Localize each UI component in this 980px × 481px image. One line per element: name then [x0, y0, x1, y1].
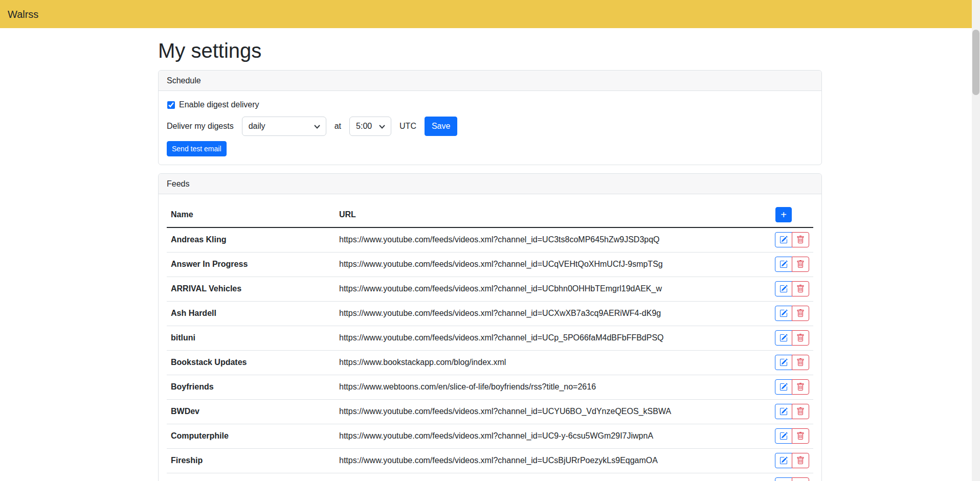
feeds-table-header-row: Name URL + — [167, 202, 813, 227]
deliver-label: Deliver my digests — [167, 120, 234, 132]
edit-feed-button[interactable] — [775, 404, 792, 419]
schedule-card-title: Schedule — [167, 75, 201, 87]
at-label: at — [335, 120, 341, 132]
column-header-url: URL — [335, 202, 747, 227]
trash-icon — [796, 456, 805, 465]
edit-feed-button[interactable] — [775, 453, 792, 468]
navbar: Walrss — [0, 0, 972, 28]
feed-row: bitluni https://www.youtube.com/feeds/vi… — [167, 326, 813, 351]
feed-name: Computerphile — [167, 424, 335, 449]
pencil-square-icon — [779, 236, 788, 244]
feed-row: Fireship https://www.youtube.com/feeds/v… — [167, 449, 813, 473]
feed-url: https://www.youtube.com/feeds/videos.xml… — [335, 449, 747, 473]
enable-digest-checkbox[interactable] — [167, 101, 175, 109]
pencil-square-icon — [779, 432, 788, 440]
feed-name: Boyfriends — [167, 375, 335, 400]
delete-feed-button[interactable] — [792, 257, 809, 272]
pencil-square-icon — [779, 334, 788, 342]
feed-row: Andreas Kling https://www.youtube.com/fe… — [167, 227, 813, 253]
feed-name: Fireship — [167, 449, 335, 473]
feed-row: Answer In Progress https://www.youtube.c… — [167, 253, 813, 277]
chevron-down-icon — [379, 125, 385, 129]
delete-feed-button[interactable] — [792, 306, 809, 321]
feed-url: https://www.bookstackapp.com/blog/index.… — [335, 351, 747, 375]
delete-feed-button[interactable] — [792, 330, 809, 346]
trash-icon — [796, 309, 805, 317]
trash-icon — [796, 407, 805, 416]
feed-url: https://www.youtube.com/feeds/videos.xml… — [335, 302, 747, 326]
pencil-square-icon — [779, 358, 788, 367]
edit-feed-button[interactable] — [775, 355, 792, 370]
pencil-square-icon — [779, 383, 788, 391]
feed-name: BWDev — [167, 400, 335, 424]
plus-icon: + — [781, 210, 787, 220]
schedule-card-body: Enable digest delivery Deliver my digest… — [159, 91, 821, 165]
feed-url: https://www.youtube.com/feeds/videos.xml… — [335, 253, 747, 277]
pencil-square-icon — [779, 456, 788, 465]
feed-row: Boyfriends https://www.webtoons.com/en/s… — [167, 375, 813, 400]
edit-feed-button[interactable] — [775, 428, 792, 444]
chevron-down-icon — [314, 125, 320, 129]
edit-feed-button[interactable] — [775, 306, 792, 321]
schedule-card: Schedule Enable digest delivery Deliver … — [158, 70, 822, 165]
feed-url: https://www.youtube.com/feeds/videos.xml… — [335, 424, 747, 449]
feed-url: https://www.webtoons.com/en/slice-of-lif… — [335, 375, 747, 400]
trash-icon — [796, 236, 805, 244]
frequency-select[interactable]: daily — [242, 117, 326, 136]
trash-icon — [796, 383, 805, 391]
feed-url: https://www.youtube.com/feeds/videos.xml… — [335, 326, 747, 351]
feed-row: Ash Hardell https://www.youtube.com/feed… — [167, 302, 813, 326]
trash-icon — [796, 285, 805, 293]
feeds-card-header: Feeds — [159, 174, 821, 194]
feed-url: https://… — [335, 473, 747, 481]
feed-url: https://www.youtube.com/feeds/videos.xml… — [335, 400, 747, 424]
feeds-card-title: Feeds — [167, 178, 189, 190]
edit-feed-button[interactable] — [775, 232, 792, 247]
scrollbar-thumb[interactable] — [972, 30, 979, 95]
delete-feed-button[interactable] — [792, 379, 809, 395]
edit-feed-button[interactable] — [775, 379, 792, 395]
pencil-square-icon — [779, 285, 788, 293]
trash-icon — [796, 358, 805, 367]
trash-icon — [796, 334, 805, 342]
column-header-name: Name — [167, 202, 335, 227]
edit-feed-button[interactable] — [775, 330, 792, 346]
time-select[interactable]: 5:00 — [349, 117, 391, 136]
frequency-value: daily — [249, 120, 265, 132]
feed-name: bitluni — [167, 326, 335, 351]
pencil-square-icon — [779, 309, 788, 317]
feed-url: https://www.youtube.com/feeds/videos.xml… — [335, 227, 747, 253]
send-test-email-button[interactable]: Send test email — [167, 141, 227, 156]
feeds-table: Name URL + Andreas Kling https://www.you… — [167, 202, 813, 481]
vertical-scrollbar[interactable] — [972, 0, 980, 481]
feed-row-partial: G… https://… — [167, 473, 813, 481]
edit-feed-button[interactable] — [775, 477, 792, 481]
timezone-label: UTC — [399, 120, 416, 132]
pencil-square-icon — [779, 407, 788, 416]
delete-feed-button[interactable] — [792, 477, 809, 481]
feed-row: BWDev https://www.youtube.com/feeds/vide… — [167, 400, 813, 424]
delete-feed-button[interactable] — [792, 404, 809, 419]
feed-name: Andreas Kling — [167, 227, 335, 253]
brand-link[interactable]: Walrss — [8, 7, 38, 22]
schedule-card-header: Schedule — [159, 71, 821, 91]
delete-feed-button[interactable] — [792, 232, 809, 247]
main-content: My settings Schedule Enable digest deliv… — [158, 28, 822, 481]
edit-feed-button[interactable] — [775, 281, 792, 296]
feed-name: Bookstack Updates — [167, 351, 335, 375]
edit-feed-button[interactable] — [775, 257, 792, 272]
trash-icon — [796, 432, 805, 440]
trash-icon — [796, 260, 805, 268]
enable-digest-row: Enable digest delivery — [167, 99, 813, 110]
save-button[interactable]: Save — [425, 117, 457, 136]
feed-name: ARRIVAL Vehicles — [167, 277, 335, 302]
enable-digest-label[interactable]: Enable digest delivery — [179, 99, 259, 111]
feed-row: Bookstack Updates https://www.bookstacka… — [167, 351, 813, 375]
delete-feed-button[interactable] — [792, 281, 809, 296]
delete-feed-button[interactable] — [792, 355, 809, 370]
add-feed-button[interactable]: + — [775, 207, 792, 222]
delete-feed-button[interactable] — [792, 428, 809, 444]
feeds-card: Feeds Name URL + Andreas Kling — [158, 173, 822, 481]
feeds-card-body: Name URL + Andreas Kling https://www.you… — [159, 194, 821, 481]
delete-feed-button[interactable] — [792, 453, 809, 468]
